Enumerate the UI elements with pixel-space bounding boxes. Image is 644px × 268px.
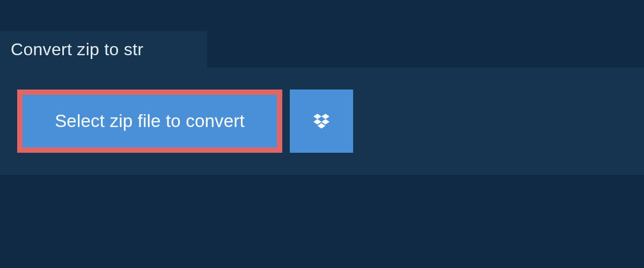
svg-marker-2 [313, 119, 321, 124]
upload-panel: Select zip file to convert [0, 68, 644, 175]
dropbox-button[interactable] [290, 90, 353, 153]
dropbox-icon [311, 110, 332, 132]
tab-header: Convert zip to str [0, 31, 207, 68]
tab-title: Convert zip to str [11, 40, 143, 59]
select-file-button[interactable]: Select zip file to convert [17, 90, 282, 153]
svg-marker-1 [321, 114, 330, 119]
svg-marker-3 [321, 119, 330, 124]
svg-marker-4 [318, 123, 326, 129]
svg-marker-0 [313, 114, 321, 119]
select-file-label: Select zip file to convert [55, 111, 245, 131]
